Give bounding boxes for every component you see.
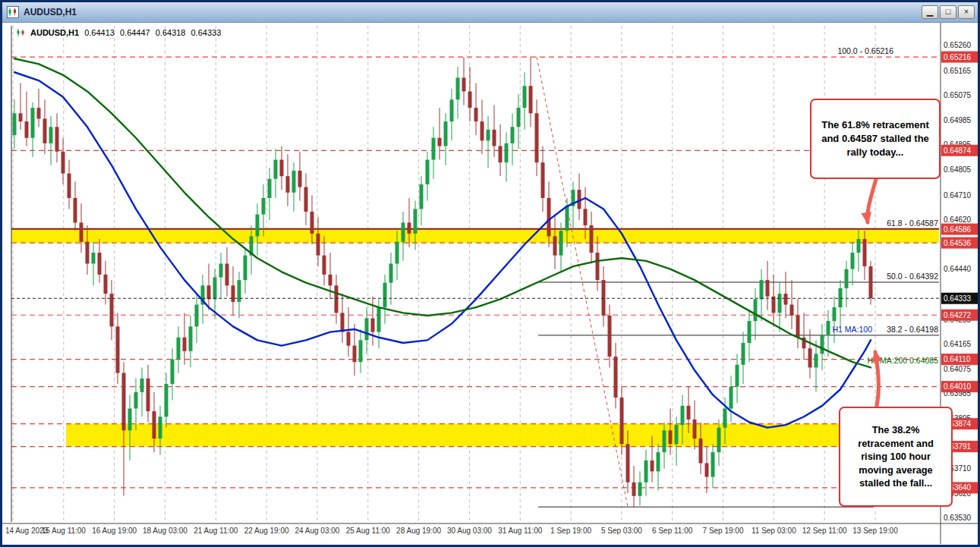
svg-text:0.64586: 0.64586: [944, 225, 972, 234]
svg-text:50.0 - 0.64392: 50.0 - 0.64392: [887, 272, 938, 281]
ohlc-close: 0.64333: [191, 28, 221, 37]
svg-text:0.63530: 0.63530: [944, 514, 972, 522]
svg-text:0.64165: 0.64165: [944, 340, 972, 348]
svg-text:18 Aug 03:00: 18 Aug 03:00: [143, 527, 187, 535]
svg-text:31 Aug 11:00: 31 Aug 11:00: [498, 527, 543, 535]
svg-text:6 Sep 11:00: 6 Sep 11:00: [652, 527, 693, 535]
svg-text:0.64985: 0.64985: [944, 116, 972, 124]
ohlc-high: 0.64447: [120, 28, 150, 37]
svg-text:12 Sep 11:00: 12 Sep 11:00: [802, 527, 847, 535]
restore-button[interactable]: □: [940, 5, 956, 19]
svg-text:7 Sep 19:00: 7 Sep 19:00: [703, 527, 744, 535]
mt4-chart-window: AUDUSD,H1 ▁ □ × 100.0 - 0.6521661.8 - 0.…: [0, 0, 980, 547]
grid-layer: [13, 26, 875, 522]
ohlc-low: 0.64318: [156, 28, 186, 37]
svg-text:22 Aug 19:00: 22 Aug 19:00: [244, 527, 289, 535]
svg-text:38.2 - 0.64198: 38.2 - 0.64198: [887, 325, 938, 334]
svg-text:0.64536: 0.64536: [944, 239, 972, 247]
annotation-box-618: The 61.8% retracement and 0.64587 stalle…: [810, 99, 941, 179]
svg-text:5 Sep 03:00: 5 Sep 03:00: [601, 527, 642, 535]
svg-text:25 Aug 11:00: 25 Aug 11:00: [346, 527, 391, 535]
svg-text:H1 MA:100: H1 MA:100: [832, 325, 872, 334]
svg-text:100.0 - 0.65216: 100.0 - 0.65216: [837, 46, 893, 55]
svg-text:0.64075: 0.64075: [944, 365, 972, 373]
svg-text:11 Sep 03:00: 11 Sep 03:00: [752, 527, 796, 535]
window-title: AUDUSD,H1: [24, 7, 922, 17]
svg-text:0.65165: 0.65165: [944, 67, 972, 75]
chart-icon: [7, 6, 19, 18]
svg-text:0.64440: 0.64440: [944, 265, 972, 273]
svg-text:0.64874: 0.64874: [944, 146, 972, 155]
svg-text:30 Aug 03:00: 30 Aug 03:00: [447, 527, 492, 535]
annotation-box-382: The 38.2% retracement and rising 100 hou…: [839, 407, 953, 507]
svg-text:28 Aug 19:00: 28 Aug 19:00: [396, 527, 441, 535]
svg-text:0.64010: 0.64010: [944, 382, 972, 391]
svg-text:0.65216: 0.65216: [944, 53, 972, 61]
time-axis[interactable]: 14 Aug 202315 Aug 11:0016 Aug 19:0018 Au…: [5, 527, 898, 535]
symbol-marker-icon: [16, 28, 25, 37]
svg-text:0.64333: 0.64333: [944, 294, 972, 303]
svg-text:13 Sep 19:00: 13 Sep 19:00: [852, 527, 898, 535]
minimize-button[interactable]: ▁: [922, 5, 938, 19]
chart-area: 100.0 - 0.6521661.8 - 0.6458750.0 - 0.64…: [2, 23, 978, 544]
svg-text:0.65075: 0.65075: [944, 91, 972, 99]
svg-text:0.65260: 0.65260: [944, 41, 972, 49]
svg-text:61.8 - 0.64587: 61.8 - 0.64587: [887, 218, 938, 228]
svg-text:0.64110: 0.64110: [944, 355, 971, 363]
ohlc-symbol: AUDUSD,H1: [30, 28, 79, 37]
svg-text:15 Aug 11:00: 15 Aug 11:00: [42, 527, 87, 535]
svg-text:0.64620: 0.64620: [944, 215, 972, 224]
close-button[interactable]: ×: [958, 5, 975, 19]
window-titlebar[interactable]: AUDUSD,H1 ▁ □ ×: [2, 2, 978, 23]
svg-text:16 Aug 19:00: 16 Aug 19:00: [92, 527, 137, 535]
arrow-to-382-ma: [875, 352, 879, 406]
svg-text:0.64710: 0.64710: [944, 191, 972, 200]
svg-text:24 Aug 03:00: 24 Aug 03:00: [295, 527, 339, 535]
svg-text:21 Aug 11:00: 21 Aug 11:00: [194, 527, 238, 535]
svg-text:0.64272: 0.64272: [944, 311, 972, 319]
arrow-to-618-band: [868, 179, 876, 222]
ohlc-readout: AUDUSD,H1 0.64413 0.64447 0.64318 0.6433…: [16, 28, 221, 37]
svg-text:0.64805: 0.64805: [944, 165, 972, 174]
svg-text:1 Sep 19:00: 1 Sep 19:00: [550, 527, 591, 535]
ohlc-open: 0.64413: [84, 28, 115, 37]
